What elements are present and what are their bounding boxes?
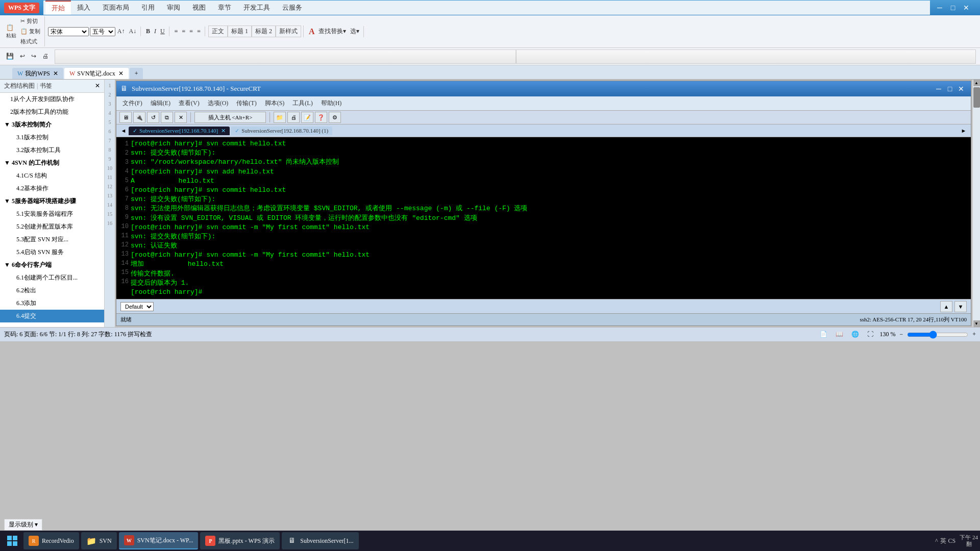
- sc-menu-options[interactable]: 选项(O): [204, 97, 233, 109]
- scroll-up-btn[interactable]: ▲: [940, 301, 952, 312]
- sc-tool-host-input[interactable]: 插入主机 <Alt+R>: [194, 112, 266, 123]
- sidebar-structure-label[interactable]: 文档结构图: [4, 82, 35, 90]
- sidebar-item-10[interactable]: 5.2创建并配置版本库: [0, 220, 104, 233]
- sidebar-item-5[interactable]: ▼ 4SVN 的工作机制: [0, 157, 104, 169]
- bold-btn[interactable]: B: [144, 27, 152, 36]
- wps-tab-view[interactable]: 视图: [186, 1, 212, 15]
- wps-tab-layout[interactable]: 页面布局: [96, 1, 135, 15]
- taskbar-pptx[interactable]: P 黑板.pptx - WPS 演示: [200, 532, 280, 549]
- sc-menu-script[interactable]: 脚本(S): [261, 97, 289, 109]
- wps-tab-insert[interactable]: 插入: [71, 1, 96, 15]
- font-shrink-btn[interactable]: A↓: [127, 27, 138, 36]
- font-grow-btn[interactable]: A↑: [115, 27, 127, 36]
- style-h1[interactable]: 标题 1: [228, 26, 252, 37]
- session-tab-scroll-left[interactable]: ◄: [118, 126, 129, 136]
- find-replace-btn[interactable]: 查找替换▾: [316, 26, 348, 37]
- taskbar-svn[interactable]: 📁 SVN: [81, 532, 117, 549]
- zoom-slider[interactable]: [907, 331, 968, 339]
- format-btn[interactable]: 格式式: [18, 37, 42, 46]
- sidebar-collapse-6[interactable]: ▼: [4, 261, 12, 268]
- sc-tool-settings[interactable]: ⚙: [329, 112, 341, 123]
- sc-menu-help[interactable]: 帮助(H): [317, 97, 346, 109]
- style-h2[interactable]: 标题 2: [252, 26, 276, 37]
- wps-tab-cloud[interactable]: 云服务: [276, 1, 308, 15]
- page-layout-btn[interactable]: 📄: [818, 330, 829, 339]
- sc-menu-view[interactable]: 查看(V): [175, 97, 204, 109]
- session-tab-0[interactable]: ✓ SubversionServer[192.168.70.140] ✕: [129, 127, 230, 135]
- paste-btn[interactable]: 📋粘贴: [4, 23, 18, 40]
- print-btn[interactable]: 🖨: [40, 52, 51, 61]
- align-justify-btn[interactable]: ≡: [195, 27, 203, 36]
- wps-maximize-btn[interactable]: □: [947, 2, 959, 13]
- select-btn[interactable]: 选▾: [348, 26, 361, 37]
- sidebar-item-12[interactable]: 5.4启动 SVN 服务: [0, 246, 104, 259]
- taskbar-clock[interactable]: 下午 24 翻: [960, 534, 978, 547]
- vscroll-thumb[interactable]: [973, 87, 980, 108]
- session-selector[interactable]: Default: [120, 302, 154, 311]
- font-size-select[interactable]: 五号: [90, 27, 115, 36]
- sc-tool-log[interactable]: 📝: [301, 112, 313, 123]
- sidebar-item-0[interactable]: 1从个人开发到团队协作: [0, 93, 104, 106]
- wps-tab-start[interactable]: 开始: [45, 1, 71, 15]
- terminal-area[interactable]: 1 2 3 4 5 6 7 8 9 10 11 12 13 14 15 16 […: [116, 137, 971, 299]
- sidebar-item-14[interactable]: 6.1创建两个工作区目...: [0, 271, 104, 284]
- sidebar-item-1[interactable]: 2版本控制工具的功能: [0, 106, 104, 118]
- sidebar-item-9[interactable]: 5.1安装服务器端程序: [0, 208, 104, 220]
- sc-tool-disconnect[interactable]: 🔌: [133, 112, 145, 123]
- session-close-0[interactable]: ✕: [221, 128, 226, 134]
- italic-btn[interactable]: I: [152, 27, 158, 36]
- sc-tool-help[interactable]: ❓: [315, 112, 327, 123]
- sidebar-item-15[interactable]: 6.2检出: [0, 284, 104, 297]
- redo-btn[interactable]: ↪: [29, 52, 38, 61]
- full-screen-btn[interactable]: ⛶: [865, 330, 875, 339]
- sc-menu-file[interactable]: 文件(F): [118, 97, 146, 109]
- doc-tab-svnnotes[interactable]: W SVN笔记.docx ✕: [64, 68, 129, 79]
- align-center-btn[interactable]: ≡: [180, 27, 188, 36]
- sc-menu-tools[interactable]: 工具(L): [288, 97, 316, 109]
- sc-tool-clone[interactable]: ⧉: [161, 112, 173, 123]
- sidebar-item-16[interactable]: 6.3添加: [0, 297, 104, 310]
- securecrt-minimize-btn[interactable]: ─: [933, 83, 944, 94]
- sidebar-item-8[interactable]: ▼ 5服务器端环境搭建步骤: [0, 195, 104, 208]
- taskbar-svnnotes[interactable]: W SVN笔记.docx - WP...: [119, 532, 199, 549]
- doc-tab-close-svnnotes[interactable]: ✕: [118, 70, 124, 78]
- sidebar-item-3[interactable]: 3.1版本控制: [0, 131, 104, 144]
- sidebar-collapse-5[interactable]: ▼: [4, 197, 12, 205]
- sc-tool-x[interactable]: ✕: [175, 112, 187, 123]
- wps-tab-chapter[interactable]: 章节: [212, 1, 237, 15]
- doc-tab-add[interactable]: +: [130, 68, 143, 79]
- align-left-btn[interactable]: ≡: [173, 27, 180, 36]
- session-tab-scroll-right[interactable]: ►: [959, 126, 969, 136]
- sidebar-collapse-3[interactable]: ▼: [4, 121, 12, 128]
- sc-tool-reconnect[interactable]: ↺: [147, 112, 159, 123]
- style-normal[interactable]: 正文: [208, 26, 228, 37]
- sc-tool-print[interactable]: 🖨: [287, 112, 300, 123]
- style-new[interactable]: 新样式: [276, 26, 301, 37]
- taskbar-recordvedio[interactable]: R RecordVedio: [23, 532, 79, 549]
- wps-tab-dev[interactable]: 开发工具: [237, 1, 276, 15]
- underline-btn[interactable]: U: [158, 27, 167, 36]
- securecrt-close-btn[interactable]: ✕: [955, 83, 967, 94]
- doc-tab-mywps[interactable]: W 我的WPS ✕: [12, 68, 63, 79]
- vscroll-up[interactable]: ▲: [973, 80, 980, 86]
- sc-tool-connect[interactable]: 🖥: [119, 112, 132, 123]
- sidebar-close-btn[interactable]: ✕: [95, 82, 100, 90]
- vscroll-down[interactable]: ▼: [973, 320, 980, 327]
- taskbar-securecrt[interactable]: 🖥 SubversionServer[1...: [282, 532, 358, 549]
- securecrt-maximize-btn[interactable]: □: [944, 83, 955, 94]
- wps-tab-reference[interactable]: 引用: [135, 1, 161, 15]
- wps-close-btn[interactable]: ✕: [961, 2, 972, 13]
- copy-btn[interactable]: 📋 复制: [18, 27, 42, 36]
- sidebar-collapse-4svn[interactable]: ▼: [4, 159, 12, 166]
- web-layout-btn[interactable]: 🌐: [849, 330, 861, 339]
- scrollbar-area[interactable]: ▲ ▼: [972, 80, 980, 327]
- sidebar-item-13[interactable]: ▼ 6命令行客户端: [0, 259, 104, 271]
- sidebar-item-7[interactable]: 4.2基本操作: [0, 182, 104, 195]
- sc-tool-file-upload[interactable]: 📁: [274, 112, 286, 123]
- sidebar-item-6[interactable]: 4.1C/S 结构: [0, 169, 104, 182]
- wps-minimize-btn[interactable]: ─: [934, 2, 945, 13]
- font-name-select[interactable]: 宋体: [48, 27, 89, 36]
- doc-tab-close-mywps[interactable]: ✕: [53, 70, 58, 78]
- undo-btn[interactable]: ↩: [18, 52, 27, 61]
- sc-menu-transfer[interactable]: 传输(T): [232, 97, 260, 109]
